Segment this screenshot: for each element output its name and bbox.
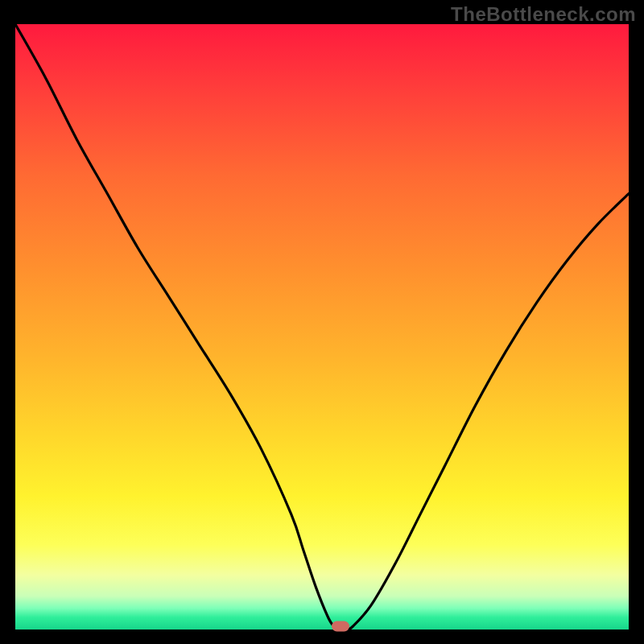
chart-frame: TheBottleneck.com xyxy=(0,0,644,644)
bottleneck-curve xyxy=(15,24,629,630)
optimum-marker xyxy=(332,621,349,632)
watermark-text: TheBottleneck.com xyxy=(451,3,636,26)
plot-area xyxy=(15,24,629,630)
